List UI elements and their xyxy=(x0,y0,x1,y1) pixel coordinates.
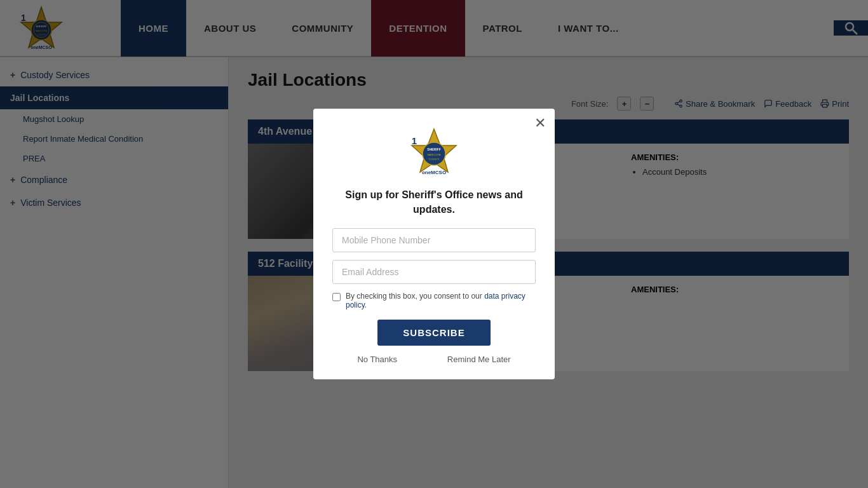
svg-text:SHERIFF: SHERIFF xyxy=(427,147,440,151)
subscribe-modal: ✕ SHERIFF MARICOPA COUNTY 1 oneMCSO Sign… xyxy=(313,109,555,379)
modal-logo-svg: SHERIFF MARICOPA COUNTY 1 oneMCSO xyxy=(399,126,469,177)
email-input[interactable] xyxy=(332,260,536,284)
modal-close-button[interactable]: ✕ xyxy=(534,115,546,132)
modal-title: Sign up for Sheriff's Office news and up… xyxy=(332,188,536,217)
modal-links: No Thanks Remind Me Later xyxy=(332,355,536,364)
modal-overlay[interactable]: ✕ SHERIFF MARICOPA COUNTY 1 oneMCSO Sign… xyxy=(0,0,868,488)
svg-text:COUNTY: COUNTY xyxy=(429,158,440,161)
remind-later-link[interactable]: Remind Me Later xyxy=(447,355,511,364)
svg-text:MARICOPA: MARICOPA xyxy=(427,153,440,156)
mobile-phone-input[interactable] xyxy=(332,228,536,252)
privacy-checkbox-group: By checking this box, you consent to our… xyxy=(332,292,536,309)
subscribe-button[interactable]: SUBSCRIBE xyxy=(377,320,490,346)
no-thanks-link[interactable]: No Thanks xyxy=(357,355,397,364)
privacy-checkbox[interactable] xyxy=(332,293,341,301)
svg-text:1: 1 xyxy=(412,135,417,146)
modal-logo: SHERIFF MARICOPA COUNTY 1 oneMCSO xyxy=(332,126,536,179)
svg-text:oneMCSO: oneMCSO xyxy=(422,170,446,175)
